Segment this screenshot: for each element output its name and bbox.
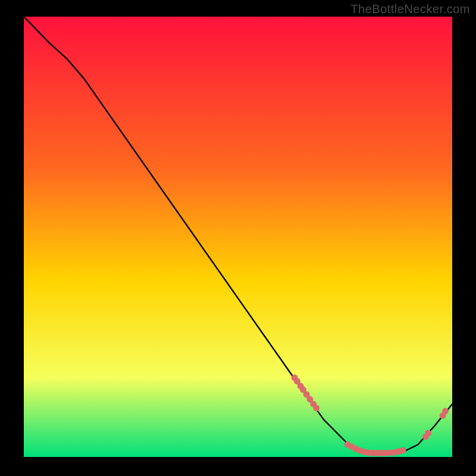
bottleneck-curve-chart [24, 17, 452, 457]
data-marker [313, 405, 320, 411]
chart-stage: TheBottleNecker.com [0, 0, 476, 476]
gradient-background [24, 17, 452, 457]
data-marker [425, 430, 431, 437]
data-marker [442, 408, 449, 415]
plot-area [24, 17, 452, 457]
data-marker [400, 447, 406, 453]
watermark-text: TheBottleNecker.com [350, 2, 470, 16]
